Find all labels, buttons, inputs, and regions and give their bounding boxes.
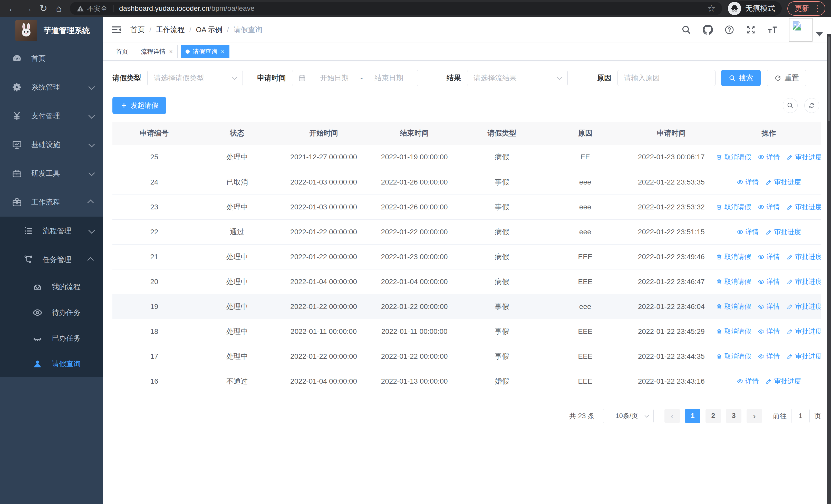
page-button-2[interactable]: 2: [706, 409, 721, 423]
apply-time-range-picker[interactable]: 开始日期 - 结束日期: [292, 70, 418, 86]
browser-menu-icon[interactable]: ⋮: [813, 5, 821, 12]
browser-update-button[interactable]: 更新 ⋮: [787, 1, 825, 16]
fullscreen-icon[interactable]: [746, 25, 756, 35]
browser-reload-button[interactable]: ↻: [36, 2, 50, 16]
refresh-table-button[interactable]: [804, 98, 819, 113]
tab-1[interactable]: 流程详情×: [136, 45, 178, 58]
browser-back-button[interactable]: ←: [6, 2, 20, 16]
progress-action-link[interactable]: 审批进度: [786, 327, 821, 336]
date-start-input[interactable]: 开始日期: [311, 73, 358, 83]
edit-icon: [766, 179, 772, 185]
page-scrollbar[interactable]: [827, 34, 831, 504]
sidebar-item-9[interactable]: 待办任务: [0, 300, 103, 325]
sidebar-item-1[interactable]: 系统管理: [0, 73, 103, 101]
leave-type-select[interactable]: 请选择请假类型: [147, 70, 243, 86]
toggle-search-button[interactable]: [783, 98, 798, 113]
sidebar-item-7[interactable]: 任务管理: [0, 245, 103, 274]
page-button-3[interactable]: 3: [726, 409, 741, 423]
detail-action-link[interactable]: 详情: [758, 352, 780, 361]
browser-forward-button[interactable]: →: [21, 2, 35, 16]
cancel-action-link[interactable]: 取消请假: [716, 277, 751, 286]
top-navbar: 首页 / 工作流程 / OA 示例 / 请假查询: [103, 17, 831, 42]
bookmark-star-icon[interactable]: ☆: [707, 3, 716, 14]
progress-action-link[interactable]: 审批进度: [786, 277, 821, 286]
cell-apply_time: 2022-01-22 23:45:29: [626, 319, 716, 344]
cancel-action-link[interactable]: 取消请假: [716, 153, 751, 162]
detail-action-link[interactable]: 详情: [737, 178, 759, 186]
avatar[interactable]: [789, 18, 812, 41]
sidebar-item-10[interactable]: 已办任务: [0, 325, 103, 351]
address-bar[interactable]: 不安全 dashboard.yudao.iocoder.cn/bpm/oa/le…: [70, 2, 722, 15]
progress-action-link[interactable]: 审批进度: [766, 178, 801, 186]
cell-end: 2022-01-13 00:00:00: [369, 369, 460, 394]
main-area: 首页 / 工作流程 / OA 示例 / 请假查询: [103, 17, 831, 504]
breadcrumb-home[interactable]: 首页: [131, 25, 145, 35]
sidebar-item-2[interactable]: 支付管理: [0, 101, 103, 130]
page-button-1[interactable]: 1: [685, 409, 700, 423]
progress-action-link[interactable]: 审批进度: [766, 227, 801, 236]
user-menu[interactable]: [789, 18, 823, 41]
close-icon[interactable]: ×: [169, 48, 173, 55]
progress-action-link[interactable]: 审批进度: [786, 352, 821, 361]
font-size-icon[interactable]: [767, 25, 778, 35]
sidebar-item-5[interactable]: 工作流程: [0, 188, 103, 216]
close-icon[interactable]: ×: [221, 48, 225, 55]
next-page-button[interactable]: ›: [747, 409, 762, 423]
progress-action-link[interactable]: 审批进度: [766, 377, 801, 386]
cancel-action-link[interactable]: 取消请假: [716, 302, 751, 311]
search-button[interactable]: 搜索: [721, 70, 761, 86]
sidebar-item-3[interactable]: 基础设施: [0, 130, 103, 159]
create-leave-button[interactable]: 发起请假: [112, 97, 166, 114]
detail-action-link[interactable]: 详情: [758, 277, 780, 286]
reason-input[interactable]: 请输入原因: [618, 70, 716, 86]
detail-action-link[interactable]: 详情: [737, 377, 759, 386]
sidebar-collapse-icon[interactable]: [111, 24, 122, 35]
detail-action-link[interactable]: 详情: [737, 227, 759, 236]
sidebar-item-11[interactable]: 请假查询: [0, 351, 103, 377]
sidebar-logo[interactable]: 芋道管理系统: [0, 17, 103, 44]
cancel-action-link[interactable]: 取消请假: [716, 252, 751, 261]
breadcrumb-workflow[interactable]: 工作流程: [156, 25, 185, 35]
detail-action-link[interactable]: 详情: [758, 327, 780, 336]
browser-home-button[interactable]: ⌂: [52, 2, 66, 16]
progress-action-link[interactable]: 审批进度: [786, 153, 821, 162]
goto-page-input[interactable]: 1: [791, 409, 810, 423]
github-icon[interactable]: [703, 25, 713, 35]
breadcrumb-oa-example[interactable]: OA 示例: [196, 25, 223, 35]
delete-icon: [716, 254, 722, 260]
sidebar-item-6[interactable]: 流程管理: [0, 216, 103, 245]
detail-action-link[interactable]: 详情: [758, 203, 780, 211]
tab-0[interactable]: 首页: [111, 45, 133, 58]
progress-action-link[interactable]: 审批进度: [786, 302, 821, 311]
reset-button[interactable]: 重置: [767, 70, 806, 86]
pagination-total: 共 23 条: [569, 411, 595, 421]
result-select[interactable]: 请选择流结果: [467, 70, 568, 86]
prev-page-button[interactable]: ‹: [664, 409, 680, 423]
security-chip[interactable]: 不安全: [77, 4, 107, 13]
sidebar-item-8[interactable]: 我的流程: [0, 274, 103, 300]
cancel-action-link[interactable]: 取消请假: [716, 203, 751, 211]
plus-icon: [120, 102, 127, 109]
chevron-down-icon: [232, 75, 237, 80]
detail-action-link[interactable]: 详情: [758, 252, 780, 261]
tab-2[interactable]: 请假查询×: [181, 45, 229, 58]
page-size-value: 10条/页: [608, 411, 645, 420]
eye-open-icon: [31, 307, 44, 318]
view-icon: [758, 303, 765, 310]
scrollbar-thumb[interactable]: [828, 36, 830, 121]
sidebar-item-0[interactable]: 首页: [0, 44, 103, 73]
header-search-icon[interactable]: [681, 25, 691, 35]
progress-action-link[interactable]: 审批进度: [786, 252, 821, 261]
url-host: dashboard.yudao.iocoder.cn: [119, 4, 209, 12]
progress-action-link[interactable]: 审批进度: [786, 203, 821, 211]
detail-action-link[interactable]: 详情: [758, 302, 780, 311]
cancel-action-link[interactable]: 取消请假: [716, 352, 751, 361]
cancel-action-link[interactable]: 取消请假: [716, 327, 751, 336]
page-size-select[interactable]: 10条/页: [603, 409, 654, 423]
detail-action-link[interactable]: 详情: [758, 153, 780, 162]
date-end-input[interactable]: 结束日期: [366, 73, 412, 83]
caret-down-icon[interactable]: [816, 32, 823, 36]
incognito-label: 无痕模式: [745, 3, 775, 13]
help-icon[interactable]: [724, 25, 735, 35]
sidebar-item-4[interactable]: 研发工具: [0, 159, 103, 188]
